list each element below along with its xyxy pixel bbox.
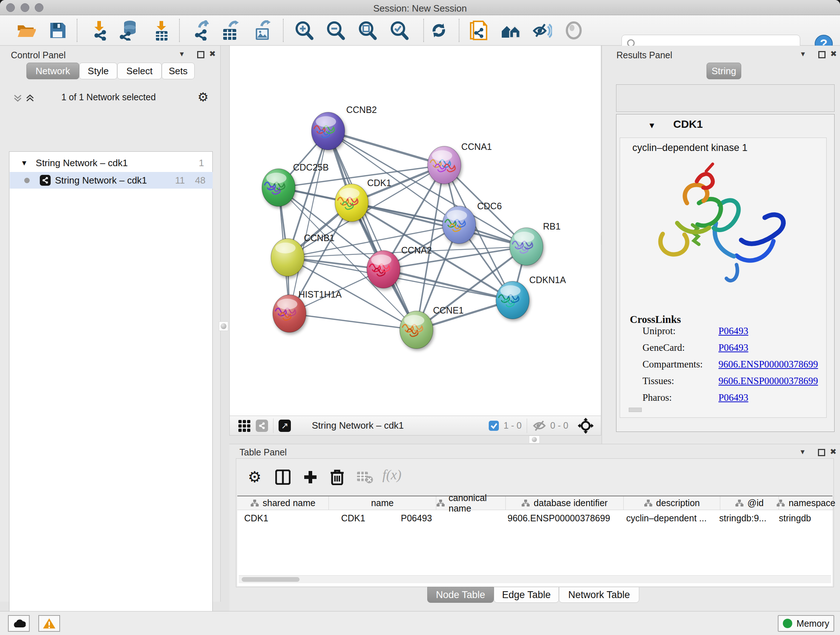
save-session-icon[interactable]	[48, 20, 68, 41]
node-CCNE1[interactable]	[400, 311, 433, 348]
crosslink-link[interactable]: 9606.ENSP00000378699	[718, 375, 818, 386]
cell-canonical-name[interactable]: P06493	[401, 513, 432, 524]
results-panel-menu-icon[interactable]: ▾	[801, 49, 805, 58]
node-CCNA2[interactable]	[367, 250, 400, 288]
network-overview-icon[interactable]	[256, 420, 268, 432]
tab-string[interactable]: String	[706, 63, 741, 79]
memory-button[interactable]: Memory	[778, 615, 834, 632]
node-CCNA1[interactable]	[428, 146, 461, 184]
table-panel-menu-icon[interactable]: ▾	[801, 447, 805, 456]
import-network-icon[interactable]	[88, 20, 109, 41]
export-image-icon[interactable]	[253, 20, 273, 41]
section-collapse-icon[interactable]: ▼	[648, 121, 656, 130]
column-header-canonical-name[interactable]: canonical name	[436, 496, 506, 510]
network-row-selected[interactable]: String Network – cdk1 11 48	[10, 172, 213, 188]
node-CDKN1A[interactable]	[496, 281, 529, 319]
cloud-button[interactable]	[8, 615, 30, 632]
open-session-icon[interactable]	[16, 20, 36, 41]
collection-expander-icon[interactable]: ▼	[21, 159, 28, 167]
zoom-out-icon[interactable]	[325, 20, 346, 41]
network-options-gear-icon[interactable]: ⚙	[197, 90, 208, 104]
tab-sets[interactable]: Sets	[162, 63, 195, 79]
column-header-name[interactable]: name	[329, 496, 436, 510]
cell-name[interactable]: CDK1	[341, 513, 365, 524]
collapse-all-tree-icon[interactable]	[13, 93, 22, 103]
show-details-eye-icon[interactable]	[564, 20, 584, 41]
crosslink-link[interactable]: P06493	[718, 325, 748, 336]
birdseye-crosshair-icon[interactable]	[578, 418, 594, 434]
hidden-eye-icon[interactable]	[532, 420, 546, 432]
function-builder-icon[interactable]: f(x)	[382, 467, 401, 483]
column-header-database-identifier[interactable]: database identifier	[506, 496, 624, 510]
edge-HIST1H1A-CCNE1[interactable]	[289, 314, 416, 330]
node-HIST1H1A[interactable]	[273, 295, 306, 333]
tab-network[interactable]: Network	[27, 63, 79, 79]
node-label-CDKN1A: CDKN1A	[529, 275, 566, 285]
tab-select[interactable]: Select	[117, 63, 162, 79]
hide-details-eye-icon[interactable]	[532, 20, 552, 41]
detach-view-icon[interactable]: ↗	[279, 420, 291, 432]
control-panel-float-icon[interactable]	[197, 51, 204, 58]
string-network-graph[interactable]: CCNB2CCNA1CDC25BCDK1CDC6RB1CCNB1CCNA2CDK…	[230, 46, 602, 416]
cell-shared-name[interactable]: CDK1	[244, 513, 268, 524]
table-gear-icon[interactable]: ⚙	[248, 468, 262, 486]
cell-description[interactable]: cyclin–dependent ...	[626, 513, 706, 524]
node-CCNB2[interactable]	[311, 112, 345, 150]
refresh-icon[interactable]	[429, 20, 449, 41]
zoom-fit-icon[interactable]	[357, 20, 377, 41]
node-CDC6[interactable]	[442, 206, 476, 244]
table-panel-close-icon[interactable]: ✖	[830, 447, 836, 456]
left-splitter-handle[interactable]	[219, 321, 228, 331]
title-bar: Session: New Session	[0, 0, 840, 15]
column-header-shared-name[interactable]: shared name	[237, 496, 329, 510]
node-CDK1[interactable]	[335, 184, 368, 222]
tab-network-table[interactable]: Network Table	[559, 587, 639, 603]
import-database-icon[interactable]	[118, 20, 139, 41]
control-panel-close-icon[interactable]: ✖	[209, 49, 216, 58]
selected-checkbox-icon[interactable]	[488, 420, 499, 431]
column-header-description[interactable]: description	[624, 496, 720, 510]
delete-column-trash-icon[interactable]	[330, 469, 345, 485]
tab-node-table[interactable]: Node Table	[427, 587, 494, 603]
table-panel-float-icon[interactable]	[818, 449, 825, 456]
results-hscrollbar-thumb[interactable]	[629, 408, 642, 412]
zoom-in-icon[interactable]	[294, 20, 314, 41]
network-collection-row[interactable]: ▼ String Network – cdk1 1	[10, 155, 213, 171]
cell-@id[interactable]: stringdb:9...	[719, 513, 767, 524]
show-columns-icon[interactable]	[275, 470, 291, 485]
protein-structure-image[interactable]	[642, 156, 801, 312]
results-controls-box: Expand All Collapse All	[616, 84, 835, 112]
node-CDC25B[interactable]	[262, 169, 295, 206]
tab-edge-table[interactable]: Edge Table	[494, 587, 559, 603]
crosslink-link[interactable]: P06493	[718, 342, 748, 353]
column-header-@id[interactable]: @id	[720, 496, 779, 510]
bottom-splitter-handle[interactable]	[529, 435, 540, 443]
export-network-icon[interactable]	[189, 20, 210, 41]
warnings-button[interactable]	[38, 615, 60, 632]
import-table-icon[interactable]	[151, 20, 172, 41]
tab-style[interactable]: Style	[79, 63, 117, 79]
node-CCNB1[interactable]	[271, 239, 304, 276]
results-panel-close-icon[interactable]: ✖	[830, 49, 837, 58]
share-document-icon[interactable]	[469, 20, 489, 41]
delete-table-icon[interactable]	[356, 470, 373, 484]
results-panel-float-icon[interactable]	[818, 51, 826, 58]
crosslink-link[interactable]: P06493	[718, 392, 748, 403]
table-hscrollbar-track[interactable]	[239, 575, 831, 583]
expand-all-tree-icon[interactable]	[25, 93, 35, 103]
table-hscrollbar-thumb[interactable]	[242, 577, 300, 582]
control-panel-menu-icon[interactable]: ▾	[180, 49, 184, 58]
export-table-icon[interactable]	[220, 20, 240, 41]
add-column-icon[interactable]	[303, 470, 318, 485]
grid-view-icon[interactable]	[238, 419, 251, 432]
cell-database-identifier[interactable]: 9606.ENSP00000378699	[508, 513, 610, 524]
edge-CCNB2-CCNA1[interactable]	[328, 131, 444, 165]
node-RB1[interactable]	[510, 228, 543, 265]
zoom-selected-icon[interactable]	[389, 20, 409, 41]
home-icon[interactable]	[500, 20, 521, 41]
cell-namespace[interactable]: stringdb	[779, 513, 811, 524]
column-header-namespace[interactable]: namespace	[779, 496, 833, 510]
network-view-canvas[interactable]: CCNB2CCNA1CDC25BCDK1CDC6RB1CCNB1CCNA2CDK…	[229, 46, 601, 416]
crosslink-link[interactable]: 9606.ENSP00000378699	[718, 359, 818, 370]
edge-CCNB2-CCNE1[interactable]	[328, 131, 416, 330]
